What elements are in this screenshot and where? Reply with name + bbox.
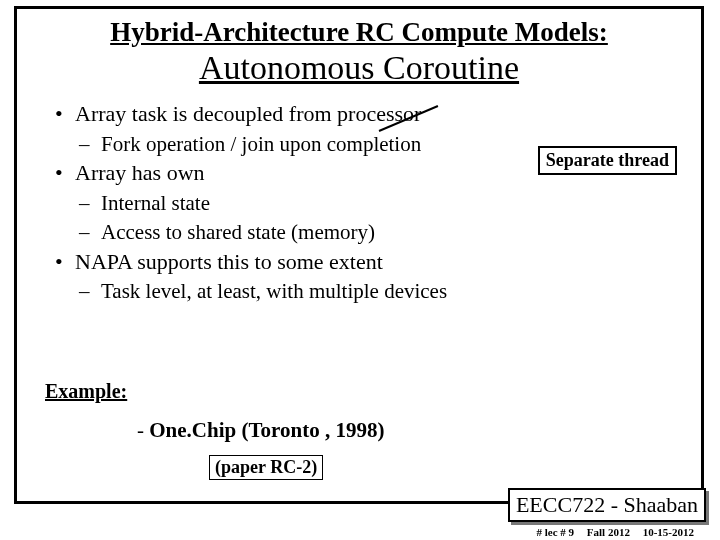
bullet-list: Array task is decoupled from processor F… — [55, 99, 685, 306]
course-box: EECC722 - Shaaban — [508, 488, 706, 522]
bullet-2a: Internal state — [79, 189, 685, 218]
title-line-2: Autonomous Coroutine — [33, 48, 685, 87]
callout-box: Separate thread — [538, 146, 677, 175]
footer: # lec # 9 Fall 2012 10-15-2012 — [527, 526, 695, 538]
bullet-3: NAPA supports this to some extent — [55, 247, 685, 277]
bullet-2b: Access to shared state (memory) — [79, 218, 685, 247]
bullet-1: Array task is decoupled from processor — [55, 99, 685, 129]
footer-term: Fall 2012 — [587, 526, 630, 538]
footer-date: 10-15-2012 — [643, 526, 694, 538]
bullet-3a: Task level, at least, with multiple devi… — [79, 277, 685, 306]
example-item: One.Chip (Toronto , 1998) — [137, 418, 384, 443]
footer-lec: # lec # 9 — [537, 526, 575, 538]
slide: Hybrid-Architecture RC Compute Models: A… — [0, 0, 720, 540]
example-label: Example: — [45, 380, 127, 403]
paper-ref-box: (paper RC-2) — [209, 455, 323, 480]
title-line-1: Hybrid-Architecture RC Compute Models: — [33, 17, 685, 48]
slide-frame: Hybrid-Architecture RC Compute Models: A… — [14, 6, 704, 504]
